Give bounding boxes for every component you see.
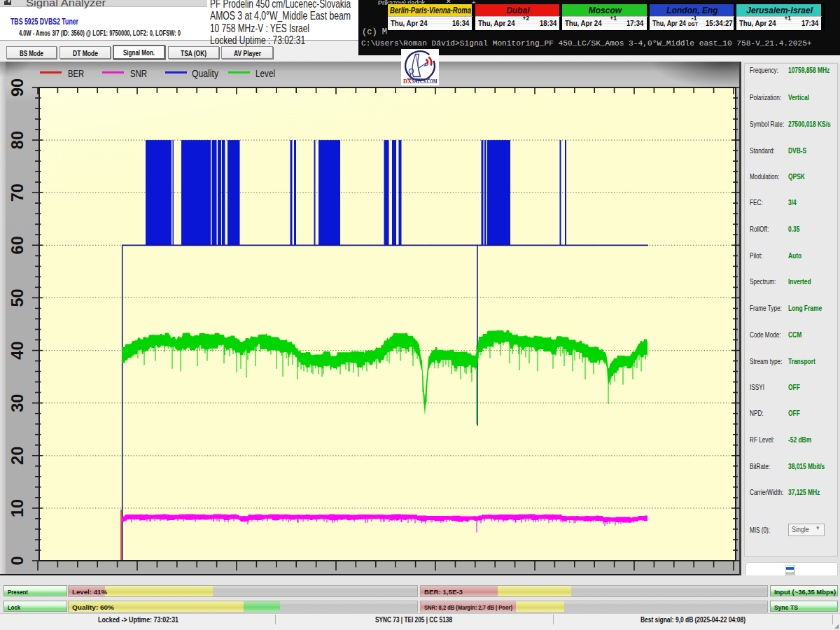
svg-text:60: 60: [8, 236, 27, 254]
svg-text:DX: DX: [403, 78, 412, 85]
svg-text:SATCS.COM: SATCS.COM: [412, 78, 438, 85]
svg-text:50: 50: [8, 288, 27, 307]
svg-text:30: 30: [8, 394, 27, 412]
svg-text:20: 20: [8, 447, 27, 465]
svg-text:0: 0: [8, 556, 27, 565]
svg-text:70: 70: [8, 183, 27, 202]
svg-text:10: 10: [8, 499, 27, 517]
svg-text:40: 40: [8, 342, 27, 360]
svg-text:90: 90: [8, 78, 27, 97]
svg-text:80: 80: [8, 131, 27, 149]
